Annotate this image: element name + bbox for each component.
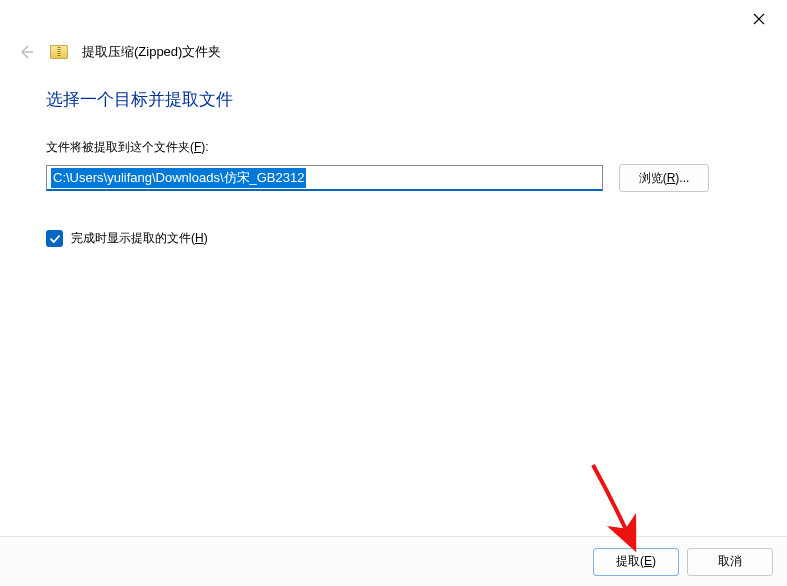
close-button[interactable] (745, 8, 773, 30)
page-heading: 选择一个目标并提取文件 (46, 88, 741, 111)
destination-row: C:\Users\yulifang\Downloads\仿宋_GB2312 浏览… (46, 164, 741, 192)
destination-label: 文件将被提取到这个文件夹(F): (46, 139, 741, 156)
zip-folder-icon (50, 45, 68, 59)
show-files-checkbox-label: 完成时显示提取的文件(H) (71, 230, 208, 247)
titlebar (0, 0, 787, 34)
cancel-button[interactable]: 取消 (687, 548, 773, 576)
back-arrow-icon[interactable] (16, 42, 36, 62)
show-files-checkbox[interactable] (46, 230, 63, 247)
destination-input-value: C:\Users\yulifang\Downloads\仿宋_GB2312 (51, 168, 306, 188)
content-area: 选择一个目标并提取文件 文件将被提取到这个文件夹(F): C:\Users\yu… (0, 70, 787, 536)
dialog-title: 提取压缩(Zipped)文件夹 (82, 43, 221, 61)
dialog-footer: 提取(E) 取消 (0, 536, 787, 586)
extract-button[interactable]: 提取(E) (593, 548, 679, 576)
destination-input[interactable]: C:\Users\yulifang\Downloads\仿宋_GB2312 (46, 165, 603, 191)
extract-wizard-dialog: 提取压缩(Zipped)文件夹 选择一个目标并提取文件 文件将被提取到这个文件夹… (0, 0, 787, 586)
show-files-checkbox-row: 完成时显示提取的文件(H) (46, 230, 741, 247)
browse-button[interactable]: 浏览(R)... (619, 164, 709, 192)
header-row: 提取压缩(Zipped)文件夹 (0, 34, 787, 70)
